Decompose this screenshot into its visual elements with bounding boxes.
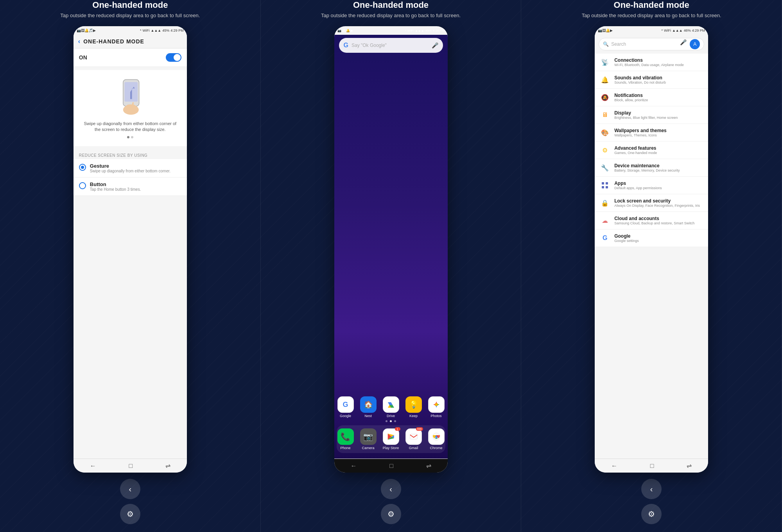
status-bar-2: 📷 🖼 🔔 ▶ * WiFi ▲▲▲ 45% 4:29 PM <box>334 26 448 35</box>
panel-1-subtitle: Tap outside the reduced display area to … <box>52 13 208 18</box>
mic-search-icon[interactable]: 🎤 <box>680 39 687 49</box>
battery-1: 45% <box>162 29 169 32</box>
gmail-dock-label: Gmail <box>409 446 418 450</box>
apps-subtitle: Default apps, App permissions <box>614 186 703 190</box>
illustration-area: Swipe up diagonally from either bottom c… <box>74 70 187 146</box>
recent-nav-3[interactable]: ⇌ <box>687 462 692 469</box>
phone-mockup-1: 📷🖼🔔🎵▶ * WiFi ▲▲▲ 45% 4:29 PM ‹ ONE-HANDE… <box>74 26 187 473</box>
radio-gesture-text: Gesture Swipe up diagonally from either … <box>90 163 170 173</box>
bt-icon: * <box>140 29 142 32</box>
mic-icon[interactable]: 🎤 <box>432 42 438 48</box>
back-nav-3[interactable]: ← <box>611 462 617 469</box>
gesture-label: Gesture <box>90 163 170 169</box>
toggle-row: ON <box>74 48 187 67</box>
menu-google[interactable]: G Google Google settings <box>595 229 708 247</box>
search-placeholder: Search <box>611 41 678 47</box>
chrome-svg <box>432 432 441 441</box>
recent-nav-2[interactable]: ⇌ <box>426 462 431 469</box>
panel-1-title: One-handed mode <box>92 0 168 10</box>
cloud-icon: ☁ <box>599 215 610 226</box>
menu-connections[interactable]: 📡 Connections Wi-Fi, Bluetooth, Data usa… <box>595 54 708 71</box>
home-page-dots <box>334 420 448 422</box>
home-nav-2[interactable]: □ <box>389 462 393 469</box>
drive-icon-svg <box>386 400 396 409</box>
nest-label: Nest <box>364 414 372 418</box>
dock-camera[interactable]: 📷 Camera <box>360 428 377 450</box>
device-text: Device maintenance Battery, Storage, Mem… <box>614 163 703 172</box>
home-nav-3[interactable]: □ <box>650 462 654 469</box>
menu-lock[interactable]: 🔒 Lock screen and security Always On Dis… <box>595 194 708 212</box>
phone-mockup-2: 📷 🖼 🔔 ▶ * WiFi ▲▲▲ 45% 4:29 PM G Say "Ok… <box>334 26 448 473</box>
google-settings-text: Google Google settings <box>614 233 703 243</box>
wifi-3: WiFi <box>664 29 671 32</box>
dock-playstore[interactable]: 1 Play Store <box>383 428 399 450</box>
radio-gesture[interactable]: Gesture Swipe up diagonally from either … <box>74 159 187 177</box>
back-nav-2[interactable]: ← <box>350 462 357 469</box>
display-text: Display Brightness, Blue light filter, H… <box>614 110 703 120</box>
back-circle-1[interactable]: ‹ <box>120 479 140 499</box>
keep-icon: 💡 <box>409 400 418 409</box>
home-nav-1[interactable]: □ <box>129 462 133 469</box>
radio-button[interactable]: Button Tap the Home button 3 times. <box>74 177 187 196</box>
page-dots-illustration <box>127 136 133 138</box>
settings-avatar[interactable]: A <box>690 39 700 49</box>
dot-1 <box>127 136 129 138</box>
menu-wallpapers[interactable]: 🎨 Wallpapers and themes Wallpapers, Them… <box>595 124 708 142</box>
back-circle-3[interactable]: ‹ <box>641 479 662 499</box>
menu-cloud[interactable]: ☁ Cloud and accounts Samsung Cloud, Back… <box>595 212 708 229</box>
menu-advanced[interactable]: ⚙ Advanced features Games, One-handed mo… <box>595 142 708 159</box>
lock-title: Lock screen and security <box>614 198 703 204</box>
dock-chrome[interactable]: Chrome <box>428 428 445 450</box>
dot-2 <box>131 136 133 138</box>
connections-subtitle: Wi-Fi, Bluetooth, Data usage, Airplane m… <box>614 63 703 67</box>
svg-rect-5 <box>410 434 417 439</box>
app-keep[interactable]: 💡 Keep <box>405 396 422 418</box>
settings-circle-1[interactable]: ⚙ <box>120 504 140 524</box>
time-1: 4:29 PM <box>170 29 184 32</box>
apps-text: Apps Default apps, App permissions <box>614 181 703 190</box>
dock-phone[interactable]: 📞 Phone <box>337 428 354 450</box>
bt-3: * <box>661 29 663 32</box>
menu-apps[interactable]: Apps Default apps, App permissions <box>595 177 708 194</box>
google-search-bar[interactable]: G Say "Ok Google" 🎤 <box>339 38 443 53</box>
signal-3: ▲▲▲ <box>672 29 683 32</box>
back-circle-2[interactable]: ‹ <box>381 479 401 499</box>
photos-icon-svg <box>432 400 441 409</box>
app-photos[interactable]: Photos <box>428 396 445 418</box>
app-google[interactable]: G Google <box>337 396 354 418</box>
google-settings-title: Google <box>614 233 703 239</box>
back-nav-1[interactable]: ← <box>90 462 96 469</box>
advanced-subtitle: Games, One-handed mode <box>614 151 703 155</box>
button-sublabel: Tap the Home button 3 times. <box>90 187 141 192</box>
settings-circle-3[interactable]: ⚙ <box>641 504 662 524</box>
notif-icons: 📷🖼🔔🎵▶ <box>77 29 96 32</box>
status-right-2: * WiFi ▲▲▲ 45% 4:29 PM <box>405 29 445 32</box>
connections-title: Connections <box>614 57 703 63</box>
panel-2-title: One-handed mode <box>353 0 429 10</box>
menu-sounds[interactable]: 🔔 Sounds and vibration Sounds, Vibration… <box>595 71 708 89</box>
settings-content-1: ON Swipe up diagonally from eithe <box>74 48 187 459</box>
radio-gesture-circle[interactable] <box>79 164 86 171</box>
menu-device[interactable]: 🔧 Device maintenance Battery, Storage, M… <box>595 159 708 177</box>
back-arrow-1[interactable]: ‹ <box>78 38 80 45</box>
app-drive[interactable]: Drive <box>383 396 399 418</box>
wallpapers-title: Wallpapers and themes <box>614 128 703 133</box>
menu-notifications[interactable]: 🔕 Notifications Block, allow, prioritize <box>595 89 708 106</box>
drive-app-icon <box>383 396 399 413</box>
on-toggle[interactable] <box>166 53 181 62</box>
settings-header-1: ‹ ONE-HANDED MODE <box>74 35 187 48</box>
menu-display[interactable]: 🖥 Display Brightness, Blue light filter,… <box>595 106 708 124</box>
status-right-3: * WiFi ▲▲▲ 46% 4:29 PM <box>661 29 705 32</box>
nest-icon: 🏠 <box>364 400 373 409</box>
panel-2-subtitle: Tap outside the reduced display area to … <box>313 13 468 18</box>
settings-circle-2[interactable]: ⚙ <box>381 504 401 524</box>
radio-button-circle[interactable] <box>79 182 86 189</box>
settings-search-bar[interactable]: 🔍 Search 🎤 A <box>599 38 704 50</box>
illustration-text: Swipe up diagonally from either bottom c… <box>81 121 179 133</box>
device-title: Device maintenance <box>614 163 703 168</box>
sounds-icon: 🔔 <box>599 74 610 85</box>
recent-nav-1[interactable]: ⇌ <box>165 462 170 469</box>
bottom-controls-3: ‹ ⚙ <box>641 473 662 532</box>
dock-gmail[interactable]: 999 Gmail <box>405 428 422 450</box>
app-nest[interactable]: 🏠 Nest <box>360 396 377 418</box>
